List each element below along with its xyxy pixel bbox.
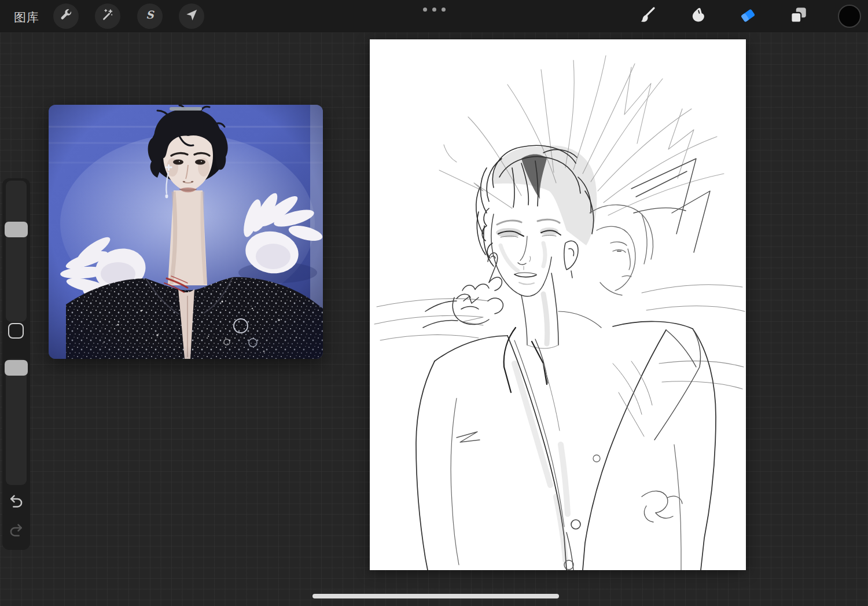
redo-arrow-icon (8, 530, 24, 540)
adjustments-button[interactable] (95, 3, 120, 29)
layers-icon (789, 5, 808, 27)
tool-sidebar (2, 178, 30, 550)
eraser-icon (738, 5, 757, 27)
smudge-tool-button[interactable] (687, 6, 708, 27)
brush-size-slider[interactable] (6, 181, 27, 322)
actions-button[interactable] (53, 3, 79, 29)
procreate-workspace: 图库 S (0, 0, 868, 606)
ellipsis-icon (423, 8, 427, 12)
canvas-options-button[interactable] (421, 5, 448, 14)
reference-photo (49, 105, 323, 359)
selection-s-icon: S (142, 8, 157, 25)
undo-arrow-icon (8, 501, 24, 511)
wrench-icon (58, 8, 73, 25)
opacity-handle[interactable] (5, 360, 28, 376)
modify-button[interactable] (8, 323, 24, 339)
layers-button[interactable] (788, 6, 809, 27)
redo-button[interactable] (8, 522, 24, 538)
drag-handle-bar[interactable] (170, 107, 202, 111)
eraser-tool-button[interactable] (737, 6, 758, 27)
reference-image-panel[interactable] (49, 105, 323, 359)
color-swatch-circle[interactable] (838, 5, 861, 28)
brush-icon (638, 6, 656, 27)
undo-button[interactable] (8, 493, 24, 509)
brush-size-handle[interactable] (5, 222, 28, 237)
selection-button[interactable]: S (137, 3, 163, 29)
magic-wand-icon (100, 8, 115, 25)
home-indicator-bar[interactable] (312, 594, 559, 598)
smudge-finger-icon (688, 6, 707, 27)
top-toolbar: 图库 S (0, 0, 868, 32)
paint-tool-button[interactable] (637, 6, 657, 27)
pencil-sketch (370, 39, 746, 570)
transform-arrow-icon (184, 8, 199, 25)
gallery-button[interactable]: 图库 (14, 9, 39, 25)
transform-button[interactable] (179, 3, 204, 29)
drawing-canvas[interactable] (370, 39, 746, 570)
opacity-slider[interactable] (6, 359, 27, 485)
svg-text:S: S (146, 9, 155, 21)
